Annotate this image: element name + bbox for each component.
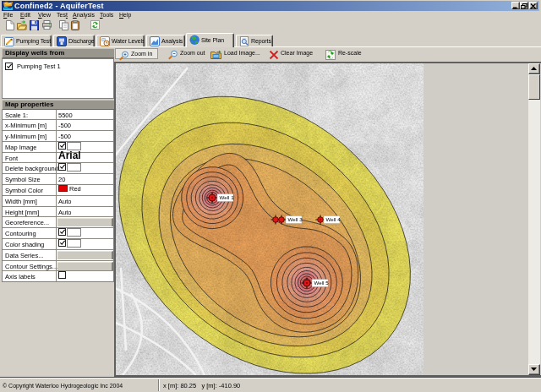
svg-text:Well 5: Well 5 — [314, 280, 330, 286]
svg-text:Well 3: Well 3 — [288, 216, 303, 222]
svg-text:Well 1: Well 1 — [220, 194, 235, 200]
svg-text:Well 4: Well 4 — [326, 216, 342, 222]
